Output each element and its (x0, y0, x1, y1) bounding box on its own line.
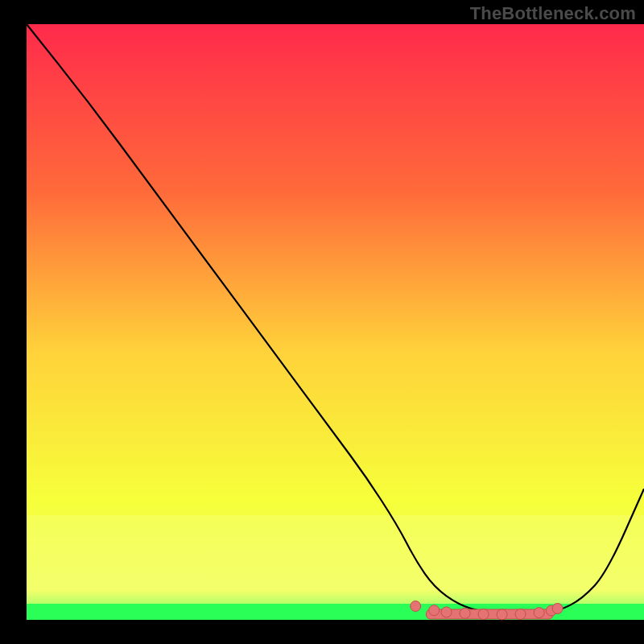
highlight-marker (515, 609, 526, 619)
highlight-marker (552, 603, 563, 613)
highlight-marker (429, 605, 440, 616)
highlight-marker (411, 601, 421, 611)
attribution-label: TheBottleneck.com (470, 3, 636, 24)
highlight-marker (441, 607, 452, 617)
highlight-marker (497, 609, 507, 620)
pale-band (27, 515, 644, 604)
bottleneck-chart (0, 0, 644, 644)
chart-frame: { "attribution": "TheBottleneck.com", "c… (0, 0, 644, 644)
highlight-marker (534, 608, 544, 618)
highlight-marker (460, 608, 470, 618)
highlight-marker (478, 609, 489, 619)
